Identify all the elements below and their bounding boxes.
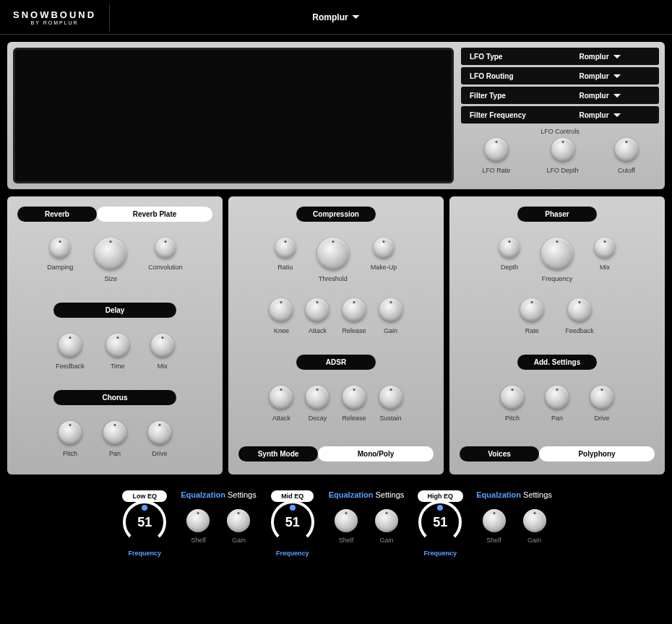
knob-unit: Frequency <box>541 238 573 282</box>
param-dropdown[interactable]: Romplur <box>549 53 650 61</box>
polyphony-tab[interactable]: Polyphony <box>539 446 655 462</box>
knob-unit: Pan <box>103 421 126 457</box>
eq-knob-label: Gain <box>232 537 246 544</box>
knob-label: Feedback <box>565 327 594 334</box>
knob-label: Make-Up <box>371 264 397 271</box>
gain-knob[interactable] <box>227 509 250 532</box>
param-label: Filter Frequency <box>470 111 549 119</box>
lfo-section: LFO Type Romplur LFO Routing Romplur Fil… <box>461 48 659 183</box>
header: SNOWBOUND BY ROMPLUR Romplur <box>0 0 672 35</box>
threshold-knob[interactable] <box>317 238 349 269</box>
cutoff-knob[interactable] <box>615 138 638 161</box>
eq-knob-unit: Gain <box>375 509 398 544</box>
knob-label: Rate <box>525 327 539 334</box>
knob-label: Frequency <box>542 275 573 282</box>
attack-knob[interactable] <box>270 386 293 409</box>
time-knob[interactable] <box>106 334 129 357</box>
eq-knob-label: Shelf <box>486 537 501 544</box>
convolution-knob[interactable] <box>155 238 176 258</box>
rate-knob[interactable] <box>520 298 543 321</box>
shelf-knob[interactable] <box>335 509 358 532</box>
knob-label: Threshold <box>319 275 348 282</box>
frequency-knob[interactable] <box>541 238 573 269</box>
knob-label: Size <box>104 275 117 282</box>
decay-knob[interactable] <box>306 386 329 409</box>
pan-knob[interactable] <box>546 386 569 409</box>
feedback-knob[interactable] <box>59 334 82 357</box>
attack-knob[interactable] <box>306 298 329 321</box>
knob-unit: Drive <box>590 386 613 422</box>
chevron-down-icon <box>353 15 360 19</box>
shelf-knob[interactable] <box>483 509 506 532</box>
preset-dropdown[interactable]: Romplur <box>312 12 359 22</box>
param-dropdown[interactable]: Romplur <box>549 92 650 100</box>
eq-knob-label: Shelf <box>191 537 206 544</box>
size-knob[interactable] <box>95 238 126 269</box>
lfo-rate-knob[interactable] <box>485 138 508 161</box>
knob-unit: Feedback <box>56 334 85 370</box>
preset-name: Romplur <box>312 12 348 22</box>
mix-knob[interactable] <box>595 238 615 258</box>
knob-label: Pitch <box>63 450 77 457</box>
gain-knob[interactable] <box>523 509 546 532</box>
knob-unit: Pitch <box>59 421 82 457</box>
compression-title: Compression <box>296 207 376 222</box>
param-dropdown[interactable]: Romplur <box>549 111 650 119</box>
knob-label: Time <box>111 363 125 370</box>
knob-unit: Gain <box>379 298 402 334</box>
release-knob[interactable] <box>343 298 366 321</box>
reverb-plate-tab[interactable]: Reverb Plate <box>97 207 212 222</box>
waveform-display[interactable] <box>13 48 454 183</box>
panels-row: Reverb Reverb Plate Damping Size Convolu… <box>0 196 672 474</box>
synth-mode-row: Synth Mode Mono/Poly <box>238 446 434 462</box>
feedback-knob[interactable] <box>568 298 591 321</box>
param-dropdown[interactable]: Romplur <box>549 72 650 80</box>
eq-row: Low EQ 51 Frequency Equalzation Settings… <box>0 474 672 564</box>
ratio-knob[interactable] <box>275 238 296 258</box>
reverb-tab[interactable]: Reverb <box>17 207 97 222</box>
eq-dial[interactable]: 51 <box>120 498 169 547</box>
release-knob[interactable] <box>343 386 366 409</box>
voices-tab[interactable]: Voices <box>460 446 539 462</box>
eq-dial[interactable]: 51 <box>268 498 317 547</box>
gain-knob[interactable] <box>379 298 402 321</box>
knob-label: Damping <box>47 264 73 271</box>
param-label: Filter Type <box>470 92 549 100</box>
shelf-knob[interactable] <box>186 509 210 532</box>
pitch-knob[interactable] <box>59 421 82 444</box>
eq-label: Frequency <box>128 550 161 557</box>
param-value: Romplur <box>579 92 608 100</box>
knob-unit: LFO Rate <box>482 138 510 174</box>
sustain-knob[interactable] <box>379 386 402 409</box>
pitch-knob[interactable] <box>501 386 524 409</box>
knob-label: Pan <box>109 450 121 457</box>
knob-unit: Attack <box>306 298 329 334</box>
damping-knob[interactable] <box>50 238 70 258</box>
knob-unit: Depth <box>499 238 520 282</box>
mix-knob[interactable] <box>151 334 174 357</box>
drive-knob[interactable] <box>590 386 613 409</box>
synth-mode-tab[interactable]: Synth Mode <box>238 446 318 462</box>
knob-unit: Mix <box>151 334 174 370</box>
eq-settings: Equalzation Settings Shelf Gain <box>476 490 552 557</box>
lfo-depth-knob[interactable] <box>551 138 574 161</box>
pan-knob[interactable] <box>103 421 126 444</box>
mono-poly-tab[interactable]: Mono/Poly <box>318 446 434 462</box>
make-up-knob[interactable] <box>374 238 394 258</box>
eq-dial[interactable]: 51 <box>415 498 465 547</box>
eq-band: Mid EQ 51 Frequency <box>268 490 317 557</box>
knob-label: Knee <box>274 327 289 334</box>
knob-unit: Time <box>106 334 129 370</box>
eq-knob-label: Gain <box>379 537 393 544</box>
knob-label: Depth <box>501 264 518 271</box>
knob-label: Gain <box>384 327 397 334</box>
knob-unit: Attack <box>270 386 293 422</box>
gain-knob[interactable] <box>375 509 398 532</box>
knob-label: LFO Depth <box>546 167 578 174</box>
logo: SNOWBOUND BY ROMPLUR <box>0 4 110 31</box>
knee-knob[interactable] <box>270 298 293 321</box>
depth-knob[interactable] <box>499 238 520 258</box>
delay-title: Delay <box>53 303 176 318</box>
drive-knob[interactable] <box>148 421 171 444</box>
add-settings-title: Add. Settings <box>517 355 597 370</box>
